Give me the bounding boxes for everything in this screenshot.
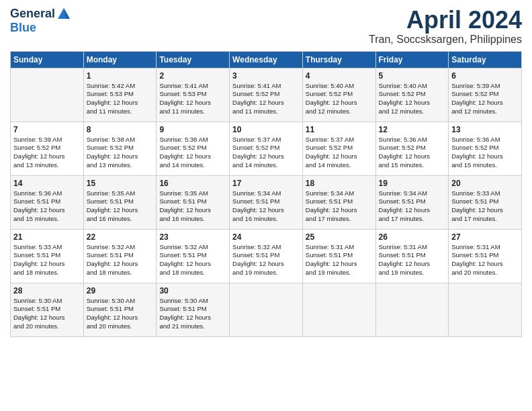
cell-content: Sunrise: 5:40 AM Sunset: 5:52 PM Dayligh… <box>306 82 373 116</box>
logo: General Blue <box>10 7 71 35</box>
cell-content: Sunrise: 5:31 AM Sunset: 5:51 PM Dayligh… <box>379 243 446 277</box>
cell-content: Sunrise: 5:30 AM Sunset: 5:51 PM Dayligh… <box>87 297 154 331</box>
calendar-cell: 28Sunrise: 5:30 AM Sunset: 5:51 PM Dayli… <box>11 283 84 336</box>
day-number: 19 <box>379 179 446 188</box>
calendar-cell: 18Sunrise: 5:34 AM Sunset: 5:51 PM Dayli… <box>302 175 375 229</box>
calendar-cell: 12Sunrise: 5:36 AM Sunset: 5:52 PM Dayli… <box>375 122 449 175</box>
month-year-title: April 2024 <box>369 7 522 34</box>
calendar-cell: 6Sunrise: 5:39 AM Sunset: 5:52 PM Daylig… <box>449 68 522 122</box>
calendar-cell: 15Sunrise: 5:35 AM Sunset: 5:51 PM Dayli… <box>83 175 157 229</box>
calendar-cell: 10Sunrise: 5:37 AM Sunset: 5:52 PM Dayli… <box>230 122 303 175</box>
calendar-week-row: 21Sunrise: 5:33 AM Sunset: 5:51 PM Dayli… <box>11 229 522 283</box>
cell-content: Sunrise: 5:38 AM Sunset: 5:52 PM Dayligh… <box>87 136 154 170</box>
cell-content: Sunrise: 5:37 AM Sunset: 5:52 PM Dayligh… <box>306 136 373 170</box>
calendar-week-row: 7Sunrise: 5:39 AM Sunset: 5:52 PM Daylig… <box>11 122 522 175</box>
calendar-cell: 11Sunrise: 5:37 AM Sunset: 5:52 PM Dayli… <box>302 122 375 175</box>
cell-content: Sunrise: 5:32 AM Sunset: 5:51 PM Dayligh… <box>159 243 226 277</box>
day-number: 20 <box>451 179 519 188</box>
cell-content: Sunrise: 5:33 AM Sunset: 5:51 PM Dayligh… <box>13 243 81 277</box>
calendar-cell: 27Sunrise: 5:31 AM Sunset: 5:51 PM Dayli… <box>449 229 522 283</box>
calendar-cell: 13Sunrise: 5:36 AM Sunset: 5:52 PM Dayli… <box>449 122 522 175</box>
calendar-cell <box>449 283 522 336</box>
calendar-cell: 1Sunrise: 5:42 AM Sunset: 5:53 PM Daylig… <box>83 68 157 122</box>
cell-content: Sunrise: 5:34 AM Sunset: 5:51 PM Dayligh… <box>232 189 300 224</box>
calendar-cell: 29Sunrise: 5:30 AM Sunset: 5:51 PM Dayli… <box>83 283 157 336</box>
cell-content: Sunrise: 5:33 AM Sunset: 5:51 PM Dayligh… <box>451 189 519 224</box>
calendar-cell: 19Sunrise: 5:34 AM Sunset: 5:51 PM Dayli… <box>375 175 449 229</box>
calendar-cell <box>230 283 303 336</box>
cell-content: Sunrise: 5:34 AM Sunset: 5:51 PM Dayligh… <box>379 189 446 224</box>
page-header: General Blue April 2024 Tran, Soccsksarg… <box>10 7 522 46</box>
day-number: 10 <box>232 125 300 134</box>
cell-content: Sunrise: 5:36 AM Sunset: 5:52 PM Dayligh… <box>451 136 519 170</box>
cell-content: Sunrise: 5:39 AM Sunset: 5:52 PM Dayligh… <box>451 82 519 116</box>
day-number: 9 <box>159 125 226 134</box>
day-number: 14 <box>13 179 81 188</box>
day-number: 2 <box>159 71 226 81</box>
cell-content: Sunrise: 5:36 AM Sunset: 5:51 PM Dayligh… <box>13 189 81 224</box>
calendar-cell: 20Sunrise: 5:33 AM Sunset: 5:51 PM Dayli… <box>449 175 522 229</box>
calendar-cell: 5Sunrise: 5:40 AM Sunset: 5:52 PM Daylig… <box>375 68 449 122</box>
cell-content: Sunrise: 5:32 AM Sunset: 5:51 PM Dayligh… <box>232 243 300 277</box>
title-area: April 2024 Tran, Soccsksargen, Philippin… <box>369 7 522 46</box>
calendar-cell: 26Sunrise: 5:31 AM Sunset: 5:51 PM Dayli… <box>375 229 449 283</box>
day-number: 29 <box>87 286 154 295</box>
calendar-cell: 30Sunrise: 5:30 AM Sunset: 5:51 PM Dayli… <box>157 283 230 336</box>
day-number: 16 <box>159 179 226 188</box>
calendar-cell: 3Sunrise: 5:41 AM Sunset: 5:52 PM Daylig… <box>230 68 303 122</box>
day-number: 17 <box>232 179 300 188</box>
calendar-week-row: 14Sunrise: 5:36 AM Sunset: 5:51 PM Dayli… <box>11 175 522 229</box>
day-number: 4 <box>306 71 373 81</box>
day-number: 7 <box>13 125 81 134</box>
calendar-cell <box>11 68 84 122</box>
calendar-week-row: 28Sunrise: 5:30 AM Sunset: 5:51 PM Dayli… <box>11 283 522 336</box>
calendar-cell: 23Sunrise: 5:32 AM Sunset: 5:51 PM Dayli… <box>157 229 230 283</box>
col-header-thursday: Thursday <box>302 51 375 68</box>
day-number: 18 <box>306 179 373 188</box>
calendar-cell: 2Sunrise: 5:41 AM Sunset: 5:53 PM Daylig… <box>157 68 230 122</box>
cell-content: Sunrise: 5:35 AM Sunset: 5:51 PM Dayligh… <box>87 189 154 224</box>
cell-content: Sunrise: 5:37 AM Sunset: 5:52 PM Dayligh… <box>232 136 300 170</box>
logo-blue: Blue <box>10 21 36 35</box>
calendar-cell: 16Sunrise: 5:35 AM Sunset: 5:51 PM Dayli… <box>157 175 230 229</box>
cell-content: Sunrise: 5:32 AM Sunset: 5:51 PM Dayligh… <box>87 243 154 277</box>
col-header-monday: Monday <box>83 51 157 68</box>
col-header-friday: Friday <box>375 51 449 68</box>
day-number: 15 <box>87 179 154 188</box>
day-number: 26 <box>379 232 446 242</box>
calendar-cell: 17Sunrise: 5:34 AM Sunset: 5:51 PM Dayli… <box>230 175 303 229</box>
col-header-tuesday: Tuesday <box>157 51 230 68</box>
calendar-cell: 7Sunrise: 5:39 AM Sunset: 5:52 PM Daylig… <box>11 122 84 175</box>
day-number: 22 <box>87 232 154 242</box>
day-number: 1 <box>87 71 154 81</box>
day-number: 28 <box>13 286 81 295</box>
calendar-cell: 22Sunrise: 5:32 AM Sunset: 5:51 PM Dayli… <box>83 229 157 283</box>
col-header-wednesday: Wednesday <box>230 51 303 68</box>
cell-content: Sunrise: 5:35 AM Sunset: 5:51 PM Dayligh… <box>159 189 226 224</box>
cell-content: Sunrise: 5:30 AM Sunset: 5:51 PM Dayligh… <box>159 297 226 331</box>
day-number: 27 <box>451 232 519 242</box>
day-number: 23 <box>159 232 226 242</box>
cell-content: Sunrise: 5:38 AM Sunset: 5:52 PM Dayligh… <box>159 136 226 170</box>
day-number: 5 <box>379 71 446 81</box>
calendar-cell: 25Sunrise: 5:31 AM Sunset: 5:51 PM Dayli… <box>302 229 375 283</box>
col-header-saturday: Saturday <box>449 51 522 68</box>
logo-icon <box>56 7 71 21</box>
day-number: 30 <box>159 286 226 295</box>
day-number: 6 <box>451 71 519 81</box>
cell-content: Sunrise: 5:39 AM Sunset: 5:52 PM Dayligh… <box>13 136 81 170</box>
cell-content: Sunrise: 5:30 AM Sunset: 5:51 PM Dayligh… <box>13 297 81 331</box>
calendar-week-row: 1Sunrise: 5:42 AM Sunset: 5:53 PM Daylig… <box>11 68 522 122</box>
day-number: 25 <box>306 232 373 242</box>
calendar-cell: 8Sunrise: 5:38 AM Sunset: 5:52 PM Daylig… <box>83 122 157 175</box>
calendar-cell: 14Sunrise: 5:36 AM Sunset: 5:51 PM Dayli… <box>11 175 84 229</box>
calendar-cell: 4Sunrise: 5:40 AM Sunset: 5:52 PM Daylig… <box>302 68 375 122</box>
calendar-cell <box>375 283 449 336</box>
calendar-cell: 24Sunrise: 5:32 AM Sunset: 5:51 PM Dayli… <box>230 229 303 283</box>
day-number: 21 <box>13 232 81 242</box>
cell-content: Sunrise: 5:40 AM Sunset: 5:52 PM Dayligh… <box>379 82 446 116</box>
location-title: Tran, Soccsksargen, Philippines <box>369 34 522 46</box>
cell-content: Sunrise: 5:34 AM Sunset: 5:51 PM Dayligh… <box>306 189 373 224</box>
cell-content: Sunrise: 5:31 AM Sunset: 5:51 PM Dayligh… <box>306 243 373 277</box>
day-number: 24 <box>232 232 300 242</box>
